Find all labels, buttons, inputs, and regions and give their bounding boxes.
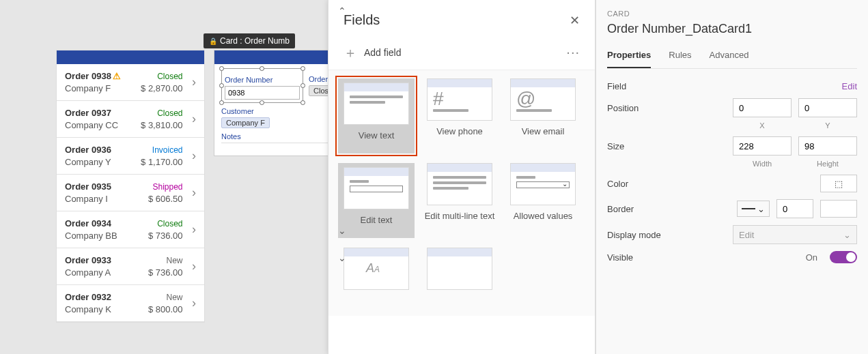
chevron-right-icon[interactable]: › (188, 186, 200, 200)
field-edit-link[interactable]: Edit (842, 81, 857, 91)
order-amount: $ 800.00 (139, 304, 183, 314)
order-title: Order 0938⚠ (65, 71, 133, 81)
border-label: Border (607, 204, 710, 214)
add-field-button[interactable]: ＋ Add field ··· (328, 35, 595, 70)
order-number-datacard[interactable]: Order Number (221, 68, 303, 103)
border-color-button[interactable] (820, 200, 857, 218)
order-company: Company CC (65, 120, 133, 130)
order-amount: $ 2,870.00 (139, 83, 183, 93)
order-status: Shipped (139, 182, 183, 192)
order-title: Order 0932 (65, 292, 133, 302)
chevron-down-icon[interactable]: ⌄ (338, 225, 350, 236)
order-company: Company F (65, 83, 133, 93)
order-title: Order 0934 (65, 218, 133, 228)
order-status: Closed (139, 219, 183, 228)
color-picker-button[interactable]: ⬚ (820, 175, 857, 192)
chevron-right-icon[interactable]: › (188, 222, 200, 237)
border-style-dropdown[interactable]: ⌄ (737, 201, 770, 217)
chevron-up-icon[interactable]: ⌃ (338, 5, 350, 16)
position-x-input[interactable] (733, 98, 792, 117)
order-amount: $ 606.50 (139, 194, 183, 204)
selection-tooltip: Card : Order Numb (204, 33, 295, 48)
chevron-right-icon[interactable]: › (188, 75, 200, 89)
order-status: Closed (139, 108, 183, 118)
order-amount: $ 736.00 (139, 231, 183, 241)
chevron-right-icon[interactable]: › (188, 259, 200, 274)
chevron-right-icon[interactable]: › (188, 149, 200, 163)
order-status: New (139, 293, 183, 302)
display-mode-dropdown[interactable]: Edit ⌄ (733, 225, 857, 244)
resize-handle[interactable] (219, 100, 224, 105)
resize-handle[interactable] (260, 100, 264, 105)
chevron-down-icon[interactable]: ⌄ (338, 252, 350, 263)
resize-handle[interactable] (219, 83, 224, 88)
order-gallery-item[interactable]: Order 0938⚠ Company F Closed $ 2,870.00 … (57, 64, 204, 101)
object-name: Order Number_DataCard1 (607, 22, 857, 36)
visible-toggle[interactable] (830, 251, 857, 263)
properties-tabs: Properties Rules Advanced (607, 46, 857, 69)
fieldtype-more-2[interactable] (421, 248, 498, 316)
size-width-input[interactable] (733, 136, 792, 156)
order-title: Order 0935 (65, 181, 133, 192)
properties-panel: CARD Order Number_DataCard1 Properties R… (596, 0, 868, 354)
order-gallery-item[interactable]: Order 0932 Company K New $ 800.00 › (57, 285, 204, 322)
order-company: Company BB (65, 231, 133, 241)
order-number-label: Order Number (225, 76, 300, 84)
visible-state-text: On (806, 252, 817, 263)
order-gallery-item[interactable]: Order 0933 Company A New $ 736.00 › (57, 248, 204, 285)
position-label: Position (607, 103, 710, 113)
tab-advanced[interactable]: Advanced (710, 46, 749, 68)
border-width-input[interactable] (776, 199, 813, 218)
resize-handle[interactable] (300, 100, 305, 105)
order-title: Order 0936 (65, 145, 133, 155)
display-mode-label: Display mode (607, 230, 710, 240)
plus-icon: ＋ (344, 48, 357, 57)
order-number-input[interactable] (225, 86, 300, 100)
close-icon[interactable]: ✕ (570, 13, 580, 28)
order-status: New (139, 256, 183, 265)
order-gallery-header (57, 50, 204, 64)
fieldtype-view-text[interactable]: View text (338, 78, 415, 153)
fieldtype-edit-multiline[interactable]: Edit multi-line text (421, 163, 498, 238)
resize-handle[interactable] (300, 66, 305, 71)
chevron-down-icon: ⌄ (843, 230, 851, 240)
order-status: Invoiced (139, 145, 183, 155)
color-label: Color (607, 179, 710, 189)
customer-value: Company F (221, 117, 270, 128)
order-gallery[interactable]: Order 0938⚠ Company F Closed $ 2,870.00 … (56, 50, 205, 323)
size-height-input[interactable] (798, 136, 857, 156)
paint-icon: ⬚ (835, 179, 843, 189)
fieldtype-view-phone[interactable]: # View phone (421, 78, 498, 153)
tab-properties[interactable]: Properties (607, 46, 651, 68)
chevron-right-icon[interactable]: › (188, 296, 200, 310)
order-gallery-item[interactable]: Order 0937 Company CC Closed $ 3,810.00 … (57, 101, 204, 138)
tooltip-text: Card : Order Numb (220, 36, 290, 46)
order-gallery-item[interactable]: Order 0935 Company I Shipped $ 606.50 › (57, 175, 204, 211)
fieldtype-view-email[interactable]: @ View email (505, 78, 581, 153)
tab-rules[interactable]: Rules (669, 46, 691, 68)
order-title: Order 0933 (65, 255, 133, 265)
size-label: Size (607, 141, 710, 151)
field-label: Field (607, 81, 710, 91)
order-company: Company A (65, 267, 133, 278)
order-gallery-item[interactable]: Order 0936 Company Y Invoiced $ 1,170.00… (57, 138, 204, 175)
position-y-input[interactable] (798, 98, 857, 117)
lock-icon (209, 36, 217, 46)
order-company: Company K (65, 304, 133, 314)
more-icon[interactable]: ··· (566, 44, 580, 60)
warning-icon: ⚠ (113, 71, 121, 81)
resize-handle[interactable] (219, 66, 224, 71)
visible-label: Visible (607, 252, 710, 263)
order-gallery-item[interactable]: Order 0934 Company BB Closed $ 736.00 › (57, 211, 204, 248)
order-status: Closed (139, 72, 183, 81)
resize-handle[interactable] (260, 66, 264, 71)
order-company: Company Y (65, 157, 133, 167)
order-amount: $ 1,170.00 (139, 157, 183, 167)
chevron-down-icon: ⌄ (757, 204, 765, 214)
order-title: Order 0937 (65, 108, 133, 118)
resize-handle[interactable] (300, 83, 305, 88)
fieldtype-allowed-values[interactable]: Allowed values (505, 163, 581, 238)
chevron-right-icon[interactable]: › (188, 112, 200, 126)
breadcrumb: CARD (607, 10, 857, 18)
order-amount: $ 736.00 (139, 267, 183, 278)
